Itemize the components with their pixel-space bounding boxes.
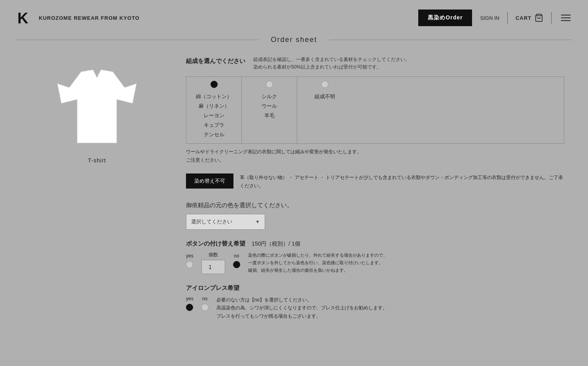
iron-no-label: no (202, 296, 207, 301)
cannot-dye-note: 革（取り外せない物） ・ アセテート ・ トリアセテートが少しでも含まれている衣… (240, 173, 564, 190)
comp-item-wool: ウール (262, 103, 277, 110)
color-section-label: 御依頼品の元の色を選択してください。 (186, 202, 564, 209)
cart-label: CART (516, 15, 531, 21)
hamburger-menu[interactable] (560, 13, 572, 23)
tshirt-image (49, 64, 144, 151)
divider-right (329, 40, 572, 40)
comp-col-3: 組成不明 (297, 77, 353, 143)
button-no-radio[interactable] (233, 261, 240, 268)
comp-radio-2[interactable] (266, 81, 273, 88)
order-button[interactable]: 黒染めOrder (418, 10, 472, 26)
button-yes-label: yes (186, 253, 193, 259)
brand-area: K KUROZOME REWEAR FROM KYOTO (16, 9, 140, 27)
right-panel: 組成を選んでください 組成表記を確認し、一番多く含まれている素材をチェックしてく… (186, 56, 564, 320)
comp-item-linen: 麻（リネン） (199, 103, 230, 110)
iron-no-radio[interactable] (201, 304, 209, 311)
button-replacement-section: ボタンの付け替え希望 150円（税別）/ 1個 yes 個数 no 染色の際にボ… (186, 240, 564, 274)
comp-col-1: 綿（コットン） 麻（リネン） レーヨン キュプラ テンセル (186, 77, 242, 143)
button-no-label: no (234, 253, 239, 259)
warning-line2: ご注意ください。 (186, 156, 564, 164)
cannot-dye-row: 染め替え不可 革（取り外せない物） ・ アセテート ・ トリアセテートが少しでも… (186, 173, 564, 190)
sign-in-link[interactable]: SIGN IN (480, 15, 499, 21)
main-content: T-shirt 組成を選んでください 組成表記を確認し、一番多く含まれている素材… (0, 44, 588, 332)
iron-note-line3: プレスを行ってもシワが残る場合もございます。 (216, 312, 387, 320)
iron-press-row: yes no 必要のない方は【no】を選択してください。 高温染色の為、シワが消… (186, 296, 564, 320)
color-select-placeholder: 選択してください (191, 218, 232, 225)
composition-warning: ウールやドライクリーニング表記の衣類に関しては縮みや変形が発生いたします。 ご注… (186, 148, 564, 164)
composition-header: 組成を選んでください 組成表記を確認し、一番多く含まれている素材をチェックしてく… (186, 56, 564, 71)
cart-area[interactable]: CART (516, 13, 543, 22)
comp-radio-3[interactable] (321, 81, 328, 88)
brand-name: KUROZOME REWEAR FROM KYOTO (39, 15, 140, 21)
comp-item-tencel: テンセル (204, 131, 224, 138)
composition-table: 綿（コットン） 麻（リネン） レーヨン キュプラ テンセル シルク ウール 羊毛… (186, 76, 564, 144)
button-note: 染色の際にボタンが破損したり、外れて紛失する場合がありますので、 一度ボタンを外… (248, 252, 387, 274)
comp-item-cotton: 綿（コットン） (196, 93, 232, 100)
cannot-dye-button[interactable]: 染め替え不可 (186, 173, 233, 189)
product-label: T-shirt (88, 157, 106, 164)
iron-yes-radio[interactable] (186, 304, 193, 311)
header-divider-2 (551, 12, 552, 24)
button-replacement-title: ボタンの付け替え希望 (186, 240, 245, 248)
menu-line-1 (561, 15, 571, 15)
left-panel: T-shirt (24, 56, 170, 320)
page-title-row: Order sheet (16, 36, 572, 44)
comp-col-2: シルク ウール 羊毛 (242, 77, 297, 143)
svg-text:K: K (17, 10, 28, 27)
iron-press-note: 必要のない方は【no】を選択してください。 高温染色の為、シワが消しにくくなりま… (216, 296, 387, 320)
comp-note-line2: 染められる素材が50%以上含まれていれば受付が可能です。 (253, 63, 410, 71)
button-replacement-row: yes 個数 no 染色の際にボタンが破損したり、外れて紛失する場合がありますの… (186, 252, 564, 274)
iron-press-section: アイロンプレス希望 yes no 必要のない方は【no】を選択してください。 高… (186, 284, 564, 320)
svg-marker-3 (57, 70, 137, 143)
page-title: Order sheet (259, 36, 329, 44)
button-no-option: no (233, 253, 240, 272)
composition-note: 組成表記を確認し、一番多く含まれている素材をチェックしてください。 染められる素… (253, 56, 410, 71)
button-note-line2: 一度ボタンを外してから染色を行い、染色後に取り付けいたします。 (248, 259, 387, 267)
iron-yes-label: yes (186, 296, 193, 301)
comp-item-hitsuji: 羊毛 (264, 112, 275, 119)
button-replacement-price: 150円（税別）/ 1個 (252, 240, 300, 248)
color-section: 御依頼品の元の色を選択してください。 選択してください ▼ (186, 202, 564, 230)
comp-item-rayon: レーヨン (204, 112, 224, 119)
composition-section: 組成を選んでください 組成表記を確認し、一番多く含まれている素材をチェックしてく… (186, 56, 564, 164)
comp-item-cupro: キュプラ (204, 122, 224, 129)
button-note-line1: 染色の際にボタンが破損したり、外れて紛失する場合がありますので、 (248, 252, 387, 259)
iron-note-line1: 必要のない方は【no】を選択してください。 (216, 296, 387, 304)
iron-note-line2: 高温染色の為、シワが消しにくくなりますので、プレス仕上げをお勧めします。 (216, 304, 387, 312)
quantity-label: 個数 (209, 252, 218, 258)
dropdown-arrow-icon: ▼ (255, 219, 260, 225)
button-yes-radio[interactable] (186, 261, 193, 268)
button-replacement-header: ボタンの付け替え希望 150円（税別）/ 1個 (186, 240, 564, 248)
iron-no-option: no (201, 296, 209, 315)
comp-note-line1: 組成表記を確認し、一番多く含まれている素材をチェックしてください。 (253, 56, 410, 63)
button-note-line3: 破損、紛失が発生した場合の責任を負いかねます。 (248, 267, 387, 274)
comp-radio-1[interactable] (211, 81, 218, 88)
warning-line1: ウールやドライクリーニング表記の衣類に関しては縮みや変形が発生いたします。 (186, 148, 564, 156)
color-select-dropdown[interactable]: 選択してください ▼ (186, 214, 265, 230)
header: K KUROZOME REWEAR FROM KYOTO 黒染めOrder SI… (0, 0, 588, 36)
iron-yes-option: yes (186, 296, 193, 315)
header-divider (507, 12, 508, 24)
quantity-input[interactable] (201, 260, 225, 274)
composition-label: 組成を選んでください (186, 57, 245, 65)
iron-press-title: アイロンプレス希望 (186, 284, 564, 292)
cart-icon (535, 13, 543, 22)
header-right: 黒染めOrder SIGN IN CART (418, 10, 572, 26)
menu-line-2 (561, 17, 571, 18)
quantity-box: 個数 (201, 252, 225, 274)
button-yes-option: yes (186, 253, 193, 272)
comp-item-silk: シルク (262, 93, 277, 100)
menu-line-3 (561, 20, 571, 21)
logo-icon: K (16, 9, 33, 27)
comp-item-unknown: 組成不明 (315, 93, 335, 100)
divider-left (16, 40, 259, 40)
